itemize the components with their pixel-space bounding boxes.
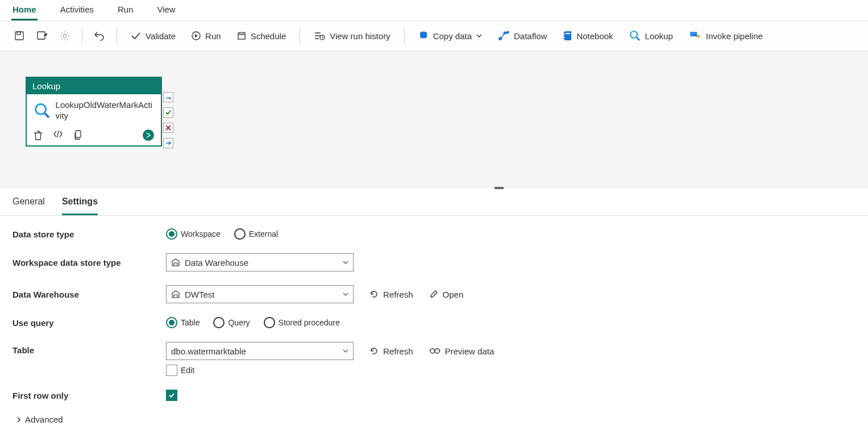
- radio-query[interactable]: Query: [213, 317, 250, 328]
- save-icon[interactable]: [10, 27, 28, 45]
- svg-rect-34: [76, 131, 81, 137]
- chevron-down-icon: [343, 292, 348, 296]
- schedule-label: Schedule: [251, 31, 286, 41]
- data-store-type-label: Data store type: [13, 229, 166, 239]
- tab-activities[interactable]: Activities: [59, 3, 95, 20]
- history-icon: [314, 31, 325, 40]
- pipeline-canvas[interactable]: Lookup LookupOldWaterMarkActivity: [0, 51, 868, 187]
- chevron-down-icon: [343, 261, 348, 264]
- undo-icon[interactable]: [90, 27, 109, 45]
- first-row-only-checkbox[interactable]: [166, 390, 177, 401]
- lookup-button[interactable]: Lookup: [624, 28, 679, 44]
- svg-point-3: [63, 34, 67, 37]
- connector-success-icon[interactable]: [163, 107, 173, 118]
- refresh-icon: [369, 290, 379, 299]
- svg-rect-26: [566, 33, 570, 34]
- svg-point-24: [506, 31, 509, 34]
- connector-completion-icon[interactable]: [163, 138, 173, 148]
- svg-line-10: [61, 39, 63, 40]
- property-tabs: General Settings: [0, 187, 868, 216]
- refresh-icon: [369, 346, 379, 356]
- checkmark-icon: [131, 32, 141, 40]
- tab-settings[interactable]: Settings: [62, 197, 98, 215]
- run-label: Run: [205, 31, 221, 41]
- tab-home[interactable]: Home: [11, 3, 38, 20]
- warehouse-icon: [171, 258, 180, 266]
- advanced-toggle[interactable]: Advanced: [16, 415, 855, 424]
- radio-table[interactable]: Table: [166, 317, 200, 328]
- svg-point-32: [36, 104, 46, 114]
- delete-icon[interactable]: [34, 130, 43, 140]
- open-warehouse-button[interactable]: Open: [429, 290, 464, 299]
- refresh-warehouse-button[interactable]: Refresh: [369, 290, 413, 299]
- dataflow-icon: [498, 31, 509, 41]
- workspace-data-store-type-select[interactable]: Data Warehouse: [166, 253, 354, 271]
- toolbar: Validate Run Schedule View run history C…: [0, 21, 868, 51]
- data-warehouse-select[interactable]: DWTest: [166, 285, 354, 303]
- copy-data-button[interactable]: Copy data: [413, 28, 488, 43]
- schedule-button[interactable]: Schedule: [231, 29, 292, 43]
- preview-icon: [429, 348, 441, 354]
- svg-line-9: [68, 39, 69, 40]
- table-value: dbo.watermarktable: [171, 346, 338, 356]
- svg-line-31: [637, 37, 639, 40]
- radio-workspace[interactable]: Workspace: [166, 228, 221, 240]
- data-warehouse-label: Data Warehouse: [13, 290, 166, 299]
- open-label: Open: [443, 290, 464, 299]
- radio-stored-procedure-label: Stored procedure: [279, 318, 340, 327]
- svg-rect-1: [17, 32, 20, 35]
- copy-icon[interactable]: [73, 130, 82, 140]
- svg-rect-0: [15, 32, 23, 40]
- invoke-pipeline-icon: [689, 31, 701, 41]
- edit-label: Edit: [181, 366, 194, 375]
- validate-button[interactable]: Validate: [125, 29, 181, 43]
- lookup-label: Lookup: [645, 31, 673, 41]
- tab-run[interactable]: Run: [117, 3, 135, 20]
- panel-resize-handle[interactable]: [495, 187, 504, 189]
- refresh-table-button[interactable]: Refresh: [369, 346, 413, 356]
- table-label: Table: [13, 342, 166, 355]
- radio-stored-procedure[interactable]: Stored procedure: [264, 317, 340, 328]
- first-row-only-label: First row only: [13, 391, 166, 400]
- play-icon: [192, 31, 201, 40]
- notebook-icon: [563, 31, 572, 41]
- activity-type-header: Lookup: [27, 78, 161, 94]
- refresh-label: Refresh: [383, 290, 413, 299]
- activity-lookup[interactable]: Lookup LookupOldWaterMarkActivity: [26, 77, 162, 147]
- connector-skip-icon[interactable]: [163, 92, 173, 102]
- validate-label: Validate: [146, 31, 176, 41]
- dataflow-label: Dataflow: [514, 31, 547, 41]
- ribbon-tabs: Home Activities Run View: [0, 0, 868, 21]
- refresh-table-label: Refresh: [383, 346, 413, 356]
- edit-icon: [429, 290, 438, 299]
- view-run-history-label: View run history: [330, 31, 390, 41]
- advanced-label: Advanced: [25, 415, 63, 424]
- radio-query-label: Query: [228, 318, 250, 327]
- radio-external[interactable]: External: [234, 228, 278, 240]
- table-select[interactable]: dbo.watermarktable: [166, 342, 354, 360]
- save-as-icon[interactable]: [33, 27, 51, 45]
- copy-data-icon: [418, 31, 429, 41]
- tab-general[interactable]: General: [13, 197, 45, 215]
- code-icon[interactable]: [53, 130, 63, 138]
- radio-workspace-label: Workspace: [181, 229, 221, 239]
- chevron-right-icon: [16, 416, 22, 423]
- svg-line-11: [68, 32, 69, 34]
- settings-gear-icon[interactable]: [56, 27, 74, 45]
- notebook-button[interactable]: Notebook: [557, 28, 618, 43]
- view-run-history-button[interactable]: View run history: [308, 29, 396, 43]
- svg-rect-13: [238, 33, 245, 39]
- connector-fail-icon[interactable]: [163, 123, 173, 133]
- edit-checkbox[interactable]: [166, 365, 177, 376]
- run-button[interactable]: Run: [186, 29, 227, 43]
- invoke-pipeline-button[interactable]: Invoke pipeline: [683, 28, 769, 43]
- dataflow-button[interactable]: Dataflow: [492, 28, 553, 43]
- svg-line-8: [61, 32, 63, 34]
- settings-form: Data store type Workspace External Works…: [0, 216, 868, 437]
- preview-data-label: Preview data: [445, 346, 495, 356]
- activity-run-icon[interactable]: [143, 129, 154, 141]
- invoke-pipeline-label: Invoke pipeline: [706, 31, 763, 41]
- svg-point-30: [630, 31, 637, 38]
- preview-data-button[interactable]: Preview data: [429, 346, 495, 356]
- tab-view[interactable]: View: [156, 3, 176, 20]
